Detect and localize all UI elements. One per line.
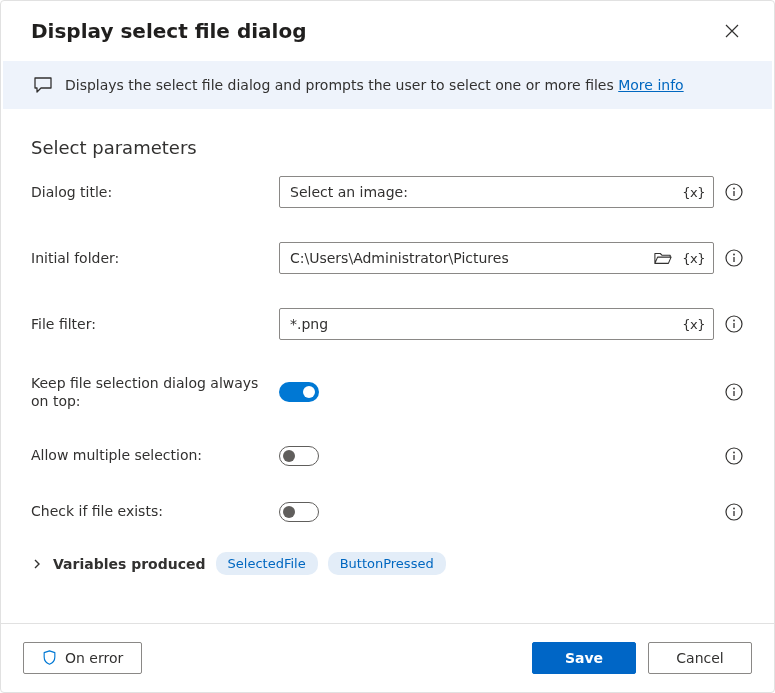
label-initial-folder: Initial folder: bbox=[31, 249, 263, 267]
variable-token-icon[interactable]: {x} bbox=[680, 183, 707, 202]
variables-produced-row: Variables produced SelectedFile ButtonPr… bbox=[31, 552, 744, 575]
svg-point-11 bbox=[733, 508, 735, 510]
close-button[interactable] bbox=[720, 19, 744, 43]
field-dialog-title: Dialog title: {x} bbox=[31, 176, 744, 208]
input-dialog-title[interactable] bbox=[290, 184, 674, 200]
field-initial-folder: Initial folder: {x} bbox=[31, 242, 744, 274]
dialog-header: Display select file dialog bbox=[1, 1, 774, 55]
label-dialog-title: Dialog title: bbox=[31, 183, 263, 201]
field-always-on-top: Keep file selection dialog always on top… bbox=[31, 374, 744, 410]
info-banner: Displays the select file dialog and prom… bbox=[3, 61, 772, 109]
banner-description: Displays the select file dialog and prom… bbox=[65, 77, 618, 93]
close-icon bbox=[724, 23, 740, 39]
info-icon[interactable] bbox=[724, 382, 744, 402]
banner-text: Displays the select file dialog and prom… bbox=[65, 77, 684, 93]
cancel-label: Cancel bbox=[676, 650, 723, 666]
svg-point-3 bbox=[733, 254, 735, 256]
input-file-filter-wrap[interactable]: {x} bbox=[279, 308, 714, 340]
svg-point-1 bbox=[733, 188, 735, 190]
variable-token-icon[interactable]: {x} bbox=[680, 315, 707, 334]
variable-chip[interactable]: SelectedFile bbox=[216, 552, 318, 575]
label-check-exists: Check if file exists: bbox=[31, 502, 263, 520]
save-button[interactable]: Save bbox=[532, 642, 636, 674]
cancel-button[interactable]: Cancel bbox=[648, 642, 752, 674]
label-file-filter: File filter: bbox=[31, 315, 263, 333]
label-allow-multiple: Allow multiple selection: bbox=[31, 446, 263, 464]
variable-token-icon[interactable]: {x} bbox=[680, 249, 707, 268]
input-initial-folder-wrap[interactable]: {x} bbox=[279, 242, 714, 274]
more-info-link[interactable]: More info bbox=[618, 77, 683, 93]
variables-produced-label[interactable]: Variables produced bbox=[53, 556, 206, 572]
input-dialog-title-wrap[interactable]: {x} bbox=[279, 176, 714, 208]
variable-chip[interactable]: ButtonPressed bbox=[328, 552, 446, 575]
comment-icon bbox=[33, 75, 53, 95]
section-title: Select parameters bbox=[31, 137, 744, 158]
shield-icon bbox=[42, 650, 57, 666]
info-icon[interactable] bbox=[724, 182, 744, 202]
on-error-button[interactable]: On error bbox=[23, 642, 142, 674]
toggle-check-exists[interactable] bbox=[279, 502, 319, 522]
folder-open-icon[interactable] bbox=[652, 248, 674, 268]
info-icon[interactable] bbox=[724, 446, 744, 466]
input-initial-folder[interactable] bbox=[290, 250, 646, 266]
svg-point-7 bbox=[733, 388, 735, 390]
info-icon[interactable] bbox=[724, 314, 744, 334]
label-always-on-top: Keep file selection dialog always on top… bbox=[31, 374, 263, 410]
svg-point-9 bbox=[733, 452, 735, 454]
toggle-allow-multiple[interactable] bbox=[279, 446, 319, 466]
field-file-filter: File filter: {x} bbox=[31, 308, 744, 340]
field-allow-multiple: Allow multiple selection: bbox=[31, 446, 744, 466]
dialog-title: Display select file dialog bbox=[31, 19, 306, 43]
dialog-footer: On error Save Cancel bbox=[1, 623, 774, 692]
on-error-label: On error bbox=[65, 650, 123, 666]
svg-point-5 bbox=[733, 320, 735, 322]
info-icon[interactable] bbox=[724, 248, 744, 268]
chevron-right-icon[interactable] bbox=[31, 558, 43, 570]
field-check-exists: Check if file exists: bbox=[31, 502, 744, 522]
toggle-always-on-top[interactable] bbox=[279, 382, 319, 402]
dialog-content: Select parameters Dialog title: {x} Init… bbox=[1, 109, 774, 623]
info-icon[interactable] bbox=[724, 502, 744, 522]
save-label: Save bbox=[565, 650, 603, 666]
input-file-filter[interactable] bbox=[290, 316, 674, 332]
